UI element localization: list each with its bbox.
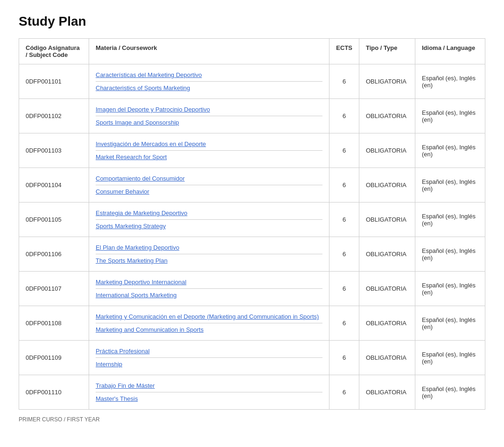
table-row: 0DFP001103Investigación de Mercados en e…: [19, 133, 485, 168]
course-link-es[interactable]: Imagen del Deporte y Patrocinio Deportiv…: [96, 106, 322, 113]
subject-code-cell: 0DFP001106: [19, 237, 89, 272]
ects-cell: 6: [329, 99, 359, 133]
coursework-cell: El Plan de Marketing DeportivoThe Sports…: [89, 237, 329, 272]
coursework-cell: Investigación de Mercados en el DeporteM…: [89, 133, 329, 168]
coursework-cell: Práctica ProfesionalInternship: [89, 341, 329, 375]
subject-code-cell: 0DFP001109: [19, 341, 89, 375]
idioma-cell: Español (es), Inglés (en): [415, 168, 485, 203]
course-link-es[interactable]: Comportamiento del Consumidor: [96, 175, 322, 182]
ects-cell: 6: [329, 237, 359, 272]
course-link-es[interactable]: Práctica Profesional: [96, 348, 322, 355]
idioma-cell: Español (es), Inglés (en): [415, 375, 485, 410]
col-header-ects: ECTS: [329, 39, 359, 64]
idioma-cell: Español (es), Inglés (en): [415, 272, 485, 306]
idioma-cell: Español (es), Inglés (en): [415, 203, 485, 237]
course-link-en[interactable]: Consumer Behavior: [96, 188, 322, 195]
tipo-cell: OBLIGATORIA: [359, 272, 415, 306]
course-link-es[interactable]: El Plan de Marketing Deportivo: [96, 244, 322, 251]
subject-code-cell: 0DFP001101: [19, 64, 89, 99]
subject-code-cell: 0DFP001108: [19, 306, 89, 341]
course-link-en[interactable]: Sports Image and Sponsorship: [96, 119, 322, 126]
ects-cell: 6: [329, 272, 359, 306]
idioma-cell: Español (es), Inglés (en): [415, 306, 485, 341]
col-header-idioma: Idioma / Language: [415, 39, 485, 64]
table-row: 0DFP001107Marketing Deportivo Internacio…: [19, 272, 485, 306]
ects-cell: 6: [329, 375, 359, 410]
idioma-cell: Español (es), Inglés (en): [415, 341, 485, 375]
coursework-cell: Comportamiento del ConsumidorConsumer Be…: [89, 168, 329, 203]
col-header-code: Código Asignatura / Subject Code: [19, 39, 89, 64]
coursework-cell: Imagen del Deporte y Patrocinio Deportiv…: [89, 99, 329, 133]
course-link-es[interactable]: Marketing Deportivo Internacional: [96, 279, 322, 286]
footer-note: PRIMER CURSO / FIRST YEAR: [19, 416, 485, 423]
tipo-cell: OBLIGATORIA: [359, 99, 415, 133]
table-row: 0DFP001105Estrategia de Marketing Deport…: [19, 203, 485, 237]
course-link-es[interactable]: Investigación de Mercados en el Deporte: [96, 140, 322, 147]
subject-code-cell: 0DFP001102: [19, 99, 89, 133]
ects-cell: 6: [329, 168, 359, 203]
idioma-cell: Español (es), Inglés (en): [415, 133, 485, 168]
col-header-tipo: Tipo / Type: [359, 39, 415, 64]
table-row: 0DFP001108Marketing y Comunicación en el…: [19, 306, 485, 341]
tipo-cell: OBLIGATORIA: [359, 64, 415, 99]
subject-code-cell: 0DFP001105: [19, 203, 89, 237]
course-link-en[interactable]: The Sports Marketing Plan: [96, 257, 322, 264]
col-header-coursework: Materia / Coursework: [89, 39, 329, 64]
table-row: 0DFP001110Trabajo Fin de MásterMaster's …: [19, 375, 485, 410]
coursework-cell: Marketing Deportivo InternacionalInterna…: [89, 272, 329, 306]
idioma-cell: Español (es), Inglés (en): [415, 99, 485, 133]
tipo-cell: OBLIGATORIA: [359, 341, 415, 375]
idioma-cell: Español (es), Inglés (en): [415, 237, 485, 272]
course-link-en[interactable]: Market Research for Sport: [96, 154, 322, 161]
tipo-cell: OBLIGATORIA: [359, 168, 415, 203]
ects-cell: 6: [329, 133, 359, 168]
course-link-es[interactable]: Estrategia de Marketing Deportivo: [96, 210, 322, 217]
ects-cell: 6: [329, 341, 359, 375]
tipo-cell: OBLIGATORIA: [359, 306, 415, 341]
course-link-en[interactable]: Sports Marketing Strategy: [96, 223, 322, 230]
course-link-en[interactable]: Internship: [96, 361, 322, 368]
tipo-cell: OBLIGATORIA: [359, 375, 415, 410]
course-link-en[interactable]: Master's Thesis: [96, 395, 322, 402]
table-row: 0DFP001109Práctica ProfesionalInternship…: [19, 341, 485, 375]
subject-code-cell: 0DFP001104: [19, 168, 89, 203]
coursework-cell: Marketing y Comunicación en el Deporte (…: [89, 306, 329, 341]
table-row: 0DFP001106El Plan de Marketing Deportivo…: [19, 237, 485, 272]
subject-code-cell: 0DFP001103: [19, 133, 89, 168]
course-link-es[interactable]: Trabajo Fin de Máster: [96, 382, 322, 389]
tipo-cell: OBLIGATORIA: [359, 203, 415, 237]
ects-cell: 6: [329, 306, 359, 341]
course-link-es[interactable]: Marketing y Comunicación en el Deporte (…: [96, 313, 322, 320]
table-row: 0DFP001101Características del Marketing …: [19, 64, 485, 99]
tipo-cell: OBLIGATORIA: [359, 133, 415, 168]
subject-code-cell: 0DFP001107: [19, 272, 89, 306]
idioma-cell: Español (es), Inglés (en): [415, 64, 485, 99]
course-link-en[interactable]: Marketing and Communication in Sports: [96, 326, 322, 333]
course-link-en[interactable]: International Sports Marketing: [96, 292, 322, 299]
page-title: Study Plan: [19, 14, 485, 29]
tipo-cell: OBLIGATORIA: [359, 237, 415, 272]
study-plan-table: Código Asignatura / Subject Code Materia…: [19, 38, 485, 410]
course-link-en[interactable]: Characteristics of Sports Marketing: [96, 84, 322, 91]
table-row: 0DFP001104Comportamiento del ConsumidorC…: [19, 168, 485, 203]
ects-cell: 6: [329, 203, 359, 237]
coursework-cell: Trabajo Fin de MásterMaster's Thesis: [89, 375, 329, 410]
ects-cell: 6: [329, 64, 359, 99]
coursework-cell: Estrategia de Marketing DeportivoSports …: [89, 203, 329, 237]
subject-code-cell: 0DFP001110: [19, 375, 89, 410]
coursework-cell: Características del Marketing DeportivoC…: [89, 64, 329, 99]
course-link-es[interactable]: Características del Marketing Deportivo: [96, 71, 322, 78]
table-row: 0DFP001102Imagen del Deporte y Patrocini…: [19, 99, 485, 133]
